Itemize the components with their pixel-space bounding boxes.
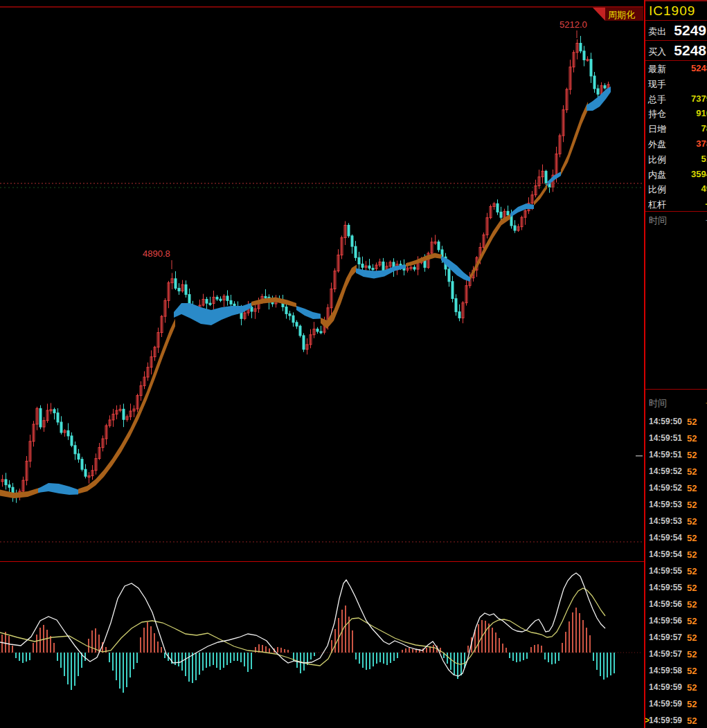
quote-row-label: 内盘 — [648, 169, 666, 181]
price-label-1: 4890.8 — [143, 248, 170, 259]
quote-row-8: 比例49 — [645, 181, 707, 197]
tape-row-6: 14:59:5352 — [645, 513, 707, 530]
quote-row-label: 最新 — [648, 63, 666, 75]
quote-row-label: 日增 — [648, 123, 666, 136]
quote-row-5: 外盘378 — [645, 136, 707, 152]
quote-row-value: 7379 — [691, 93, 707, 104]
quote-row-value: 49 — [701, 183, 707, 194]
chart-background — [0, 0, 644, 562]
tape-price: 52 — [687, 682, 697, 693]
tape-price: 52 — [687, 599, 697, 610]
main-price-chart[interactable]: 5212.04890.8周期化 — [0, 0, 644, 562]
tape-time: 14:59:53 — [649, 500, 682, 509]
tape-price: 52 — [687, 716, 697, 726]
tape-price: 52 — [687, 417, 697, 427]
tape-row-17: 14:59:5952 — [645, 696, 707, 713]
quote-row-label: 比例 — [648, 154, 666, 166]
tape-time: 14:59:56 — [649, 599, 682, 609]
ask-label: 卖出 — [648, 26, 666, 38]
tape-row-16: 14:59:5952 — [645, 680, 707, 696]
tape-row-2: 14:59:5152 — [645, 447, 707, 464]
tape-time: 14:59:59 — [649, 716, 682, 725]
tape-time: 14:59:58 — [649, 666, 682, 675]
tape-price: 52 — [687, 633, 697, 643]
quote-row-value: 3594 — [691, 169, 707, 179]
quote-row-label: 外盘 — [648, 138, 666, 151]
tape-time: 14:59:59 — [649, 699, 682, 709]
tape-time: 14:59:54 — [649, 549, 682, 559]
tape-section-header: 时间 - — [645, 389, 707, 415]
quote-row-label: 现手 — [648, 78, 666, 91]
tape-time: 14:59:53 — [649, 516, 682, 526]
quote-row-value: 910 — [696, 108, 707, 118]
tape-row-12: 14:59:5652 — [645, 613, 707, 630]
oscillator-chart[interactable] — [0, 562, 644, 728]
tape-price: 52 — [687, 649, 697, 659]
time-and-sales-list[interactable]: 14:59:505214:59:515214:59:515214:59:5252… — [645, 414, 707, 728]
tape-row-11: 14:59:5652 — [645, 597, 707, 613]
quote-row-6: 比例51 — [645, 152, 707, 167]
tape-price: 52 — [687, 500, 697, 510]
tape-price: 52 — [687, 616, 697, 626]
tape-price: 52 — [687, 466, 697, 477]
tape-row-8: 14:59:5452 — [645, 547, 707, 563]
tape-time: 14:59:57 — [649, 649, 682, 659]
tape-row-14: 14:59:5752 — [645, 646, 707, 663]
tape-time: 14:59:50 — [649, 417, 682, 426]
bid-label: 买入 — [648, 46, 666, 58]
cycle-banner-label[interactable]: 周期化 — [608, 10, 635, 20]
tape-time: 14:59:55 — [649, 566, 682, 576]
tape-price: 52 — [687, 699, 697, 709]
tape-header-label: 时间 — [649, 397, 667, 410]
tape-price: 52 — [687, 433, 697, 444]
tape-row-0: 14:59:5052 — [645, 414, 707, 430]
tape-row-10: 14:59:5552 — [645, 580, 707, 597]
quote-row-7: 内盘3594 — [645, 167, 707, 182]
quote-row-4: 日增78 — [645, 121, 707, 136]
tape-row-4: 14:59:5252 — [645, 480, 707, 497]
quote-row-label: 比例 — [648, 183, 666, 196]
tape-time: 14:59:59 — [649, 682, 682, 692]
quote-row-value: 78 — [701, 123, 707, 134]
tape-price: 52 — [687, 666, 697, 676]
quote-detail-rows: 最新5248现手总手7379持仓910日增78外盘378比例51内盘3594比例… — [645, 61, 707, 212]
quote-row-label: 持仓 — [648, 108, 666, 120]
tape-time: 14:59:54 — [649, 533, 682, 543]
trading-terminal: 5212.04890.8周期化 IC1909 卖出 5249 买入 5248 最… — [0, 0, 707, 728]
quote-panel: IC1909 卖出 5249 买入 5248 最新5248现手总手7379持仓9… — [644, 0, 707, 728]
quote-row-3: 持仓910 — [645, 106, 707, 121]
tape-row-9: 14:59:5552 — [645, 563, 707, 580]
tape-time: 14:59:51 — [649, 433, 682, 443]
tape-time: 14:59:51 — [649, 450, 682, 459]
quote-row-2: 总手7379 — [645, 91, 707, 107]
osc-background — [0, 562, 644, 728]
tape-time: 14:59:56 — [649, 616, 682, 626]
tape-row-7: 14:59:5452 — [645, 530, 707, 547]
tape-row-13: 14:59:5752 — [645, 630, 707, 646]
tape-price: 52 — [687, 583, 697, 593]
tape-time: 14:59:52 — [649, 483, 682, 493]
time-header-label: 时间 — [649, 215, 667, 227]
tape-row-5: 14:59:5352 — [645, 497, 707, 513]
bid-row[interactable]: 买入 5248 — [645, 41, 707, 61]
tape-price: 52 — [687, 533, 697, 543]
symbol-title: IC1909 — [645, 3, 695, 18]
time-section-header: 时间 - — [645, 212, 707, 228]
tape-price: 52 — [687, 516, 697, 527]
scale-tick — [636, 455, 643, 457]
tape-price: 52 — [687, 566, 697, 576]
quote-row-1: 现手 — [645, 76, 707, 91]
quote-row-9: 杠杆-- — [645, 197, 707, 212]
tape-price: 52 — [687, 549, 697, 560]
tape-price: 52 — [687, 450, 697, 460]
tape-row-1: 14:59:5152 — [645, 430, 707, 447]
tape-time: 14:59:55 — [649, 583, 682, 592]
tape-row-3: 14:59:5252 — [645, 464, 707, 480]
symbol-row: IC1909 — [645, 0, 707, 21]
ask-row[interactable]: 卖出 5249 — [645, 21, 707, 41]
tape-price: 52 — [687, 483, 697, 493]
quote-row-label: 总手 — [648, 93, 666, 106]
price-label-0: 5212.0 — [560, 19, 587, 30]
tape-time: 14:59:57 — [649, 633, 682, 642]
tape-row-18: >14:59:5952 — [645, 713, 707, 728]
